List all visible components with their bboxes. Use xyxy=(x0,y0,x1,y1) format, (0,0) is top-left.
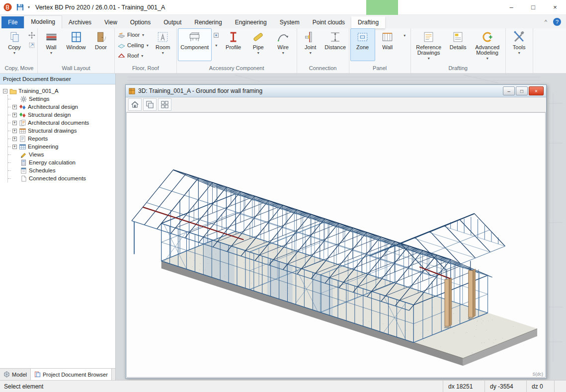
viewport-minimize-button[interactable]: – xyxy=(503,86,515,95)
profile-button[interactable]: Profile xyxy=(221,28,246,61)
save-icon[interactable] xyxy=(15,3,24,12)
tab-archives[interactable]: Archives xyxy=(62,16,98,28)
expand-box-icon[interactable]: + xyxy=(12,113,17,117)
tab-model[interactable]: Model xyxy=(0,369,31,380)
browser-bottom-tabs: Model Project Document Browser xyxy=(0,368,115,380)
floor-button[interactable]: Floor ▾ xyxy=(116,30,151,40)
tab-options[interactable]: Options xyxy=(124,16,157,28)
tree-item-views[interactable]: Views xyxy=(8,151,115,158)
viewport-maximize-button[interactable]: □ xyxy=(516,86,528,95)
wire-button[interactable]: Wire ▾ xyxy=(271,28,296,61)
tree-root[interactable]: − Training_001_A xyxy=(3,87,115,95)
architectural-design-icon xyxy=(18,103,26,110)
tree-item-engineering[interactable]: + Engineering xyxy=(8,143,115,151)
tab-point-clouds[interactable]: Point clouds xyxy=(306,16,351,28)
tab-project-document-browser[interactable]: Project Document Browser xyxy=(31,369,112,380)
drawings-grid-icon xyxy=(18,127,26,134)
tree-item-connected-documents[interactable]: Connected documents xyxy=(8,174,115,182)
advanced-modeling-icon xyxy=(481,30,494,44)
tab-output[interactable]: Output xyxy=(157,16,188,28)
tab-view[interactable]: View xyxy=(98,16,124,28)
room-button[interactable]: Room ▾ xyxy=(151,28,175,61)
tree-item-schedules[interactable]: Schedules xyxy=(8,166,115,174)
status-message: Select element xyxy=(0,383,443,390)
reference-drawings-button[interactable]: Reference Drawings ▾ xyxy=(412,28,446,61)
tile-views-button[interactable] xyxy=(158,98,171,111)
component-dropdown-button[interactable]: ▾ xyxy=(212,41,221,50)
document-icon xyxy=(19,175,27,182)
app-logo-icon[interactable] xyxy=(3,3,12,12)
expand-box-icon[interactable]: + xyxy=(12,129,17,133)
status-dx: dx 18251 xyxy=(443,381,485,392)
tab-modeling[interactable]: Modeling xyxy=(24,15,62,28)
viewport-window-icon xyxy=(128,87,136,95)
tools-button[interactable]: Tools ▾ xyxy=(507,28,532,61)
copy-button[interactable]: Copy ▾ xyxy=(2,28,27,61)
tab-file[interactable]: File xyxy=(1,16,24,28)
tree-item-reports[interactable]: + Reports xyxy=(8,135,115,143)
calculator-icon xyxy=(19,159,27,166)
wall-button[interactable]: Wall ▾ xyxy=(39,28,64,61)
wire-icon xyxy=(276,30,290,44)
tutorial-highlight xyxy=(366,0,398,15)
roof-button[interactable]: Roof ▾ xyxy=(116,51,151,61)
panel-dropdown-button[interactable]: ▾ xyxy=(401,31,409,40)
reference-drawings-icon xyxy=(422,30,435,44)
minimize-button[interactable]: – xyxy=(500,0,522,14)
tree-item-energy-calculation[interactable]: Energy calculation xyxy=(8,158,115,166)
new-view-button[interactable] xyxy=(143,98,157,111)
close-button[interactable]: × xyxy=(544,0,566,14)
window-button[interactable]: Window xyxy=(64,28,88,61)
component-icon xyxy=(188,30,201,44)
tab-engineering[interactable]: Engineering xyxy=(229,16,273,28)
wall-panel-button[interactable]: Wall xyxy=(375,28,400,61)
workspace: 3D: Training_001_A - Ground floor wall f… xyxy=(116,74,566,380)
tree-item-settings[interactable]: Settings xyxy=(8,95,115,103)
tree-item-architectural-design[interactable]: + Architectural design xyxy=(8,103,115,111)
home-view-button[interactable] xyxy=(128,98,142,111)
resize-grip[interactable] xyxy=(554,381,566,392)
model-viewport[interactable]: S(dc) xyxy=(126,112,546,378)
help-icon[interactable]: ? xyxy=(553,18,561,26)
collapse-ribbon-icon[interactable]: ^ xyxy=(545,19,547,25)
ribbon-group-wall-layout: Wall ▾ Window Door Wall Layout xyxy=(38,28,115,73)
group-label-accessory: Accessory Component xyxy=(178,65,296,73)
zone-button[interactable]: Zone xyxy=(350,28,375,61)
maximize-button[interactable]: □ xyxy=(522,0,544,14)
door-button[interactable]: Door xyxy=(88,28,113,61)
status-dz: dz 0 xyxy=(526,381,554,392)
profile-icon xyxy=(227,30,240,44)
copy-area-button[interactable] xyxy=(27,41,36,49)
move-button[interactable] xyxy=(27,31,36,39)
ceiling-button[interactable]: Ceiling ▾ xyxy=(116,40,151,50)
tab-rendering[interactable]: Rendering xyxy=(188,16,228,28)
expand-box-icon[interactable]: + xyxy=(12,121,17,125)
distance-button[interactable]: Distance xyxy=(323,28,348,61)
collapse-box-icon[interactable]: − xyxy=(3,89,7,93)
expand-box-icon[interactable]: + xyxy=(12,137,17,141)
tree-item-structural-design[interactable]: + Structural design xyxy=(8,111,115,119)
door-icon xyxy=(94,30,108,44)
expand-box-icon[interactable]: + xyxy=(12,145,17,149)
viewport-title-bar[interactable]: 3D: Training_001_A - Ground floor wall f… xyxy=(126,85,546,97)
browser-tab-icon xyxy=(34,371,41,378)
window-icon xyxy=(70,30,83,44)
advanced-modeling-button[interactable]: Advanced Modeling ▾ xyxy=(471,28,504,61)
component-button[interactable]: Component xyxy=(178,28,212,61)
tab-drafting[interactable]: Drafting xyxy=(351,16,385,28)
tree-item-architectural-documents[interactable]: + Architectural documents xyxy=(8,119,115,127)
ribbon-group-tools: Tools ▾ xyxy=(506,28,533,73)
tab-system[interactable]: System xyxy=(273,16,306,28)
quick-access-dropdown-icon[interactable]: ▾ xyxy=(28,5,30,9)
viewport-close-button[interactable]: × xyxy=(529,86,544,95)
pipe-button[interactable]: Pipe ▾ xyxy=(246,28,271,61)
window-controls: – □ × xyxy=(500,0,566,14)
project-document-browser-panel: Project Document Browser − Training_001_… xyxy=(0,74,116,380)
details-button[interactable]: Details xyxy=(446,28,471,61)
group-label-panel: Panel xyxy=(350,65,409,73)
component-options-button[interactable] xyxy=(212,31,221,39)
ribbon: Copy ▾ Copy, Move Wall ▾ Wind xyxy=(0,28,566,74)
joint-button[interactable]: Joint ▾ xyxy=(298,28,323,61)
tree-item-structural-drawings[interactable]: + Structural drawings xyxy=(8,127,115,135)
expand-box-icon[interactable]: + xyxy=(12,105,17,109)
